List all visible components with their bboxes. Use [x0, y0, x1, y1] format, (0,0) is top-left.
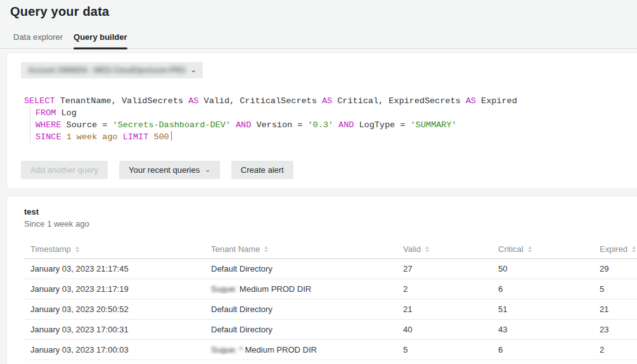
query-token-id: Expired: [476, 96, 517, 106]
query-line: FROM Log: [30, 107, 637, 119]
query-token-id: [333, 120, 338, 130]
query-token-kw: AND: [236, 120, 251, 130]
tenant-name-cell: Default Directory: [205, 264, 397, 273]
critical-cell: 50: [492, 264, 593, 273]
column-header-label: Expired: [600, 244, 627, 254]
query-token-id: [61, 132, 67, 142]
expired-cell: 21: [593, 304, 637, 314]
timestamp-cell: January 03, 2023 20:50:52: [24, 304, 205, 314]
table-row: January 03, 2023 20:50:52Default Directo…: [24, 299, 637, 320]
column-header-label: Timestamp: [30, 244, 71, 254]
valid-cell: 40: [397, 325, 492, 334]
query-token-id: Critical, ExpiredSecrets: [332, 96, 466, 106]
tenant-name-cell: Sugue: Medium PROD DIR: [205, 284, 397, 294]
tab-bar: Data explorer Query builder: [0, 30, 637, 49]
query-token-kw: LIMIT: [123, 132, 149, 142]
query-token-str: 'Secrets-Dashboard-DEV': [113, 120, 231, 130]
create-alert-button[interactable]: Create alert: [231, 161, 293, 179]
query-token-id: TenantName, ValidSecrets: [55, 96, 189, 106]
valid-cell: 21: [397, 304, 492, 314]
query-result-panel: test Since 1 week ago TimestampTenant Na…: [6, 196, 637, 364]
sort-icon: [528, 246, 532, 253]
table-row: January 03, 2023 21:17:45Default Directo…: [24, 259, 637, 279]
tenant-name-cell: Default Directory: [205, 325, 397, 334]
query-token-id: Source =: [61, 120, 113, 130]
query-line: WHERE Source = 'Secrets-Dashboard-DEV' A…: [30, 119, 637, 131]
table-row: January 03, 2023 17:00:31Default Directo…: [24, 320, 637, 340]
query-token-kw: AND: [338, 120, 354, 130]
results-table-header: TimestampTenant NameValidCriticalExpired: [24, 240, 637, 259]
result-title: test: [24, 207, 637, 217]
text-cursor-caret: [171, 131, 172, 141]
query-toolbar: Add another query Your recent queries ⌄ …: [21, 161, 637, 179]
valid-cell: 27: [397, 264, 492, 273]
query-token-id: Log: [56, 108, 76, 118]
query-token-kw: SELECT: [24, 96, 55, 106]
column-header-critical[interactable]: Critical: [492, 244, 593, 254]
results-table: TimestampTenant NameValidCriticalExpired…: [24, 240, 637, 360]
query-token-id: Valid, CriticalSecrets: [198, 96, 321, 106]
critical-cell: 6: [492, 345, 593, 355]
expired-cell: 2: [593, 345, 637, 355]
timestamp-cell: January 03, 2023 17:00:31: [24, 325, 205, 334]
query-token-num: 500: [153, 132, 169, 142]
query-editor[interactable]: SELECT TenantName, ValidSecrets AS Valid…: [24, 95, 637, 143]
valid-cell: 2: [397, 284, 492, 294]
page-header: Query your data: [0, 0, 637, 19]
recent-queries-button[interactable]: Your recent queries ⌄: [119, 161, 220, 179]
chevron-down-icon: ⌄: [190, 67, 197, 73]
query-token-id: [118, 132, 123, 142]
page-title: Query your data: [10, 4, 627, 19]
results-table-body: January 03, 2023 21:17:45Default Directo…: [24, 259, 637, 360]
query-line: SINCE 1 week ago LIMIT 500: [30, 131, 637, 143]
query-token-kw: SINCE: [35, 132, 61, 142]
redacted-text: Sugue:: [211, 284, 240, 294]
add-another-query-button[interactable]: Add another query: [21, 161, 108, 179]
valid-cell: 5: [397, 345, 492, 355]
query-token-kw: AS: [322, 96, 332, 106]
recent-queries-label: Your recent queries: [129, 165, 200, 175]
query-token-id: LogType =: [354, 120, 410, 130]
column-header-expired[interactable]: Expired: [593, 244, 637, 254]
timestamp-cell: January 03, 2023 17:00:03: [24, 345, 205, 355]
query-token-kw: FROM: [35, 108, 56, 118]
tab-query-builder[interactable]: Query builder: [74, 30, 127, 48]
sort-icon: [264, 246, 268, 253]
critical-cell: 43: [492, 325, 593, 334]
query-token-str: '0.3': [307, 120, 333, 130]
timestamp-cell: January 03, 2023 21:17:19: [24, 284, 205, 294]
timestamp-cell: January 03, 2023 21:17:45: [24, 264, 205, 273]
query-line: SELECT TenantName, ValidSecrets AS Valid…: [24, 95, 637, 107]
query-token-str: 'SUMMARY': [410, 120, 456, 130]
sort-icon: [632, 246, 636, 253]
account-selector[interactable]: Account 3366834 - MED-CloudOpsAzure-PRD …: [21, 62, 203, 78]
query-builder-panel: Account 3366834 - MED-CloudOpsAzure-PRD …: [6, 53, 637, 189]
column-header-timestamp[interactable]: Timestamp: [24, 244, 205, 254]
critical-cell: 51: [492, 304, 593, 314]
expired-cell: 23: [593, 325, 637, 334]
sort-icon: [75, 246, 79, 253]
expired-cell: 5: [593, 284, 637, 294]
query-token-kw: AS: [466, 96, 476, 106]
tab-data-explorer[interactable]: Data explorer: [13, 30, 63, 48]
query-token-id: [231, 120, 236, 130]
column-header-valid[interactable]: Valid: [397, 244, 492, 254]
result-time-range: Since 1 week ago: [24, 219, 637, 229]
chevron-down-icon: ⌄: [205, 167, 211, 173]
expired-cell: 29: [593, 264, 637, 273]
column-header-tenant-name[interactable]: Tenant Name: [205, 244, 397, 254]
sort-icon: [425, 246, 429, 253]
query-token-num: 1 week ago: [67, 132, 118, 142]
tenant-name-cell: Default Directory: [205, 304, 397, 314]
table-row: January 03, 2023 17:00:03Sugue: * Medium…: [24, 340, 637, 360]
tenant-name-cell: Sugue: * Medium PROD DIR: [205, 345, 397, 355]
column-header-label: Critical: [498, 244, 524, 254]
query-token-kw: AS: [188, 96, 198, 106]
column-header-label: Tenant Name: [211, 244, 260, 254]
query-token-kw: WHERE: [35, 120, 61, 130]
table-row: January 03, 2023 21:17:19Sugue: Medium P…: [24, 279, 637, 299]
query-token-id: Version =: [251, 120, 307, 130]
redacted-text: Sugue: *: [211, 345, 243, 355]
column-header-label: Valid: [403, 244, 421, 254]
account-selector-label: Account 3366834 - MED-CloudOpsAzure-PRD: [28, 66, 186, 75]
